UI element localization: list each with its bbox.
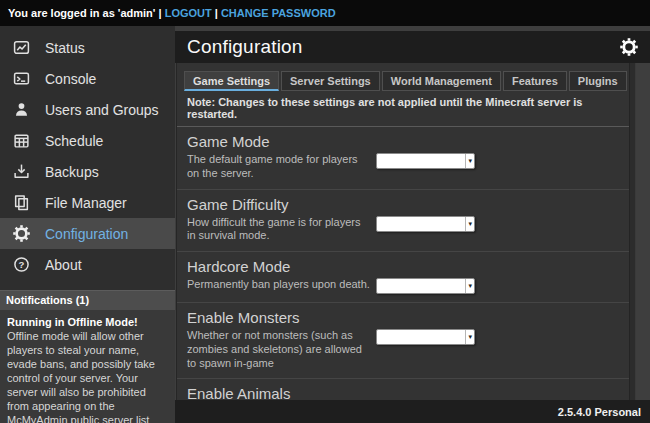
sidebar-item-label: File Manager [45,195,127,211]
vertical-scrollbar[interactable] [629,63,636,400]
sidebar-item-about[interactable]: ? About [0,249,175,280]
notification-title: Running in Offline Mode! [7,316,168,330]
sidebar-item-configuration[interactable]: Configuration [0,218,175,249]
setting-title: Game Mode [187,133,619,150]
sidebar: Status Console Users and Groups Schedule [0,26,175,400]
version-label: 2.5.4.0 Personal [558,406,641,418]
setting-row-game-difficulty: Game Difficulty How difficult the game i… [177,189,629,252]
sidebar-item-label: Configuration [45,226,128,242]
main-area: Configuration Game Settings Server Setti… [175,26,650,400]
tab-bar: Game Settings Server Settings World Mana… [184,71,629,91]
change-password-link[interactable]: CHANGE PASSWORD [221,7,336,19]
configuration-panel: Game Settings Server Settings World Mana… [176,63,629,400]
content-row: Game Settings Server Settings World Mana… [175,63,650,400]
sidebar-item-backups[interactable]: Backups [0,156,175,187]
sidebar-item-label: Schedule [45,133,103,149]
setting-row-enable-animals: Enable Animals Whether or not friendly a… [177,378,629,400]
enable-monsters-select[interactable]: ▾ [376,329,475,345]
hardcore-mode-select[interactable]: ▾ [376,278,475,294]
svg-text:?: ? [19,259,25,270]
schedule-icon [13,132,30,149]
setting-title: Enable Monsters [187,309,619,326]
settings-list: Game Mode The default game mode for play… [177,127,629,400]
logout-link[interactable]: LOGOUT [165,7,212,19]
gear-icon [13,225,30,242]
settings-gear-icon[interactable] [620,38,638,56]
setting-description: Permanently ban players upon death. [187,278,372,292]
topbar: You are logged in as 'admin' | LOGOUT | … [0,0,650,26]
sidebar-item-label: Status [45,40,85,56]
sidebar-item-status[interactable]: Status [0,32,175,63]
setting-title: Game Difficulty [187,196,619,213]
setting-title: Hardcore Mode [187,258,619,275]
game-mode-select[interactable]: ▾ [376,153,475,169]
dropdown-arrow-icon: ▾ [465,279,474,293]
middle-row: Status Console Users and Groups Schedule [0,26,650,400]
tab-plugins[interactable]: Plugins [569,71,627,91]
tab-features[interactable]: Features [503,71,567,91]
sidebar-item-users-and-groups[interactable]: Users and Groups [0,94,175,125]
sidebar-item-label: Backups [45,164,99,180]
dropdown-arrow-icon: ▾ [465,330,474,344]
about-help-icon: ? [13,256,30,273]
notifications-body: Running in Offline Mode! Offline mode wi… [0,310,175,423]
sidebar-menu: Status Console Users and Groups Schedule [0,26,175,280]
logged-in-text: You are logged in as 'admin' [8,7,155,19]
restart-note: Note: Changes to these settings are not … [177,91,629,127]
notification-text: Offline mode will allow other players to… [7,330,168,423]
console-icon [13,70,30,87]
sidebar-item-label: Users and Groups [45,102,159,118]
sidebar-item-label: About [45,257,82,273]
tab-server-settings[interactable]: Server Settings [281,71,380,91]
setting-description: The default game mode for players on the… [187,153,372,181]
backups-icon [13,163,30,180]
file-manager-icon [13,194,30,211]
setting-row-enable-monsters: Enable Monsters Whether or not monsters … [177,302,629,378]
notifications-header: Notifications (1) [0,290,175,310]
setting-row-game-mode: Game Mode The default game mode for play… [177,127,629,189]
game-difficulty-select[interactable]: ▾ [376,216,475,232]
page-header: Configuration [175,31,650,63]
sidebar-item-schedule[interactable]: Schedule [0,125,175,156]
sidebar-item-label: Console [45,71,96,87]
users-icon [13,101,30,118]
right-page-margin [636,63,650,400]
tab-world-management[interactable]: World Management [382,71,501,91]
status-chart-icon [13,39,30,56]
dropdown-arrow-icon: ▾ [465,154,474,168]
dropdown-arrow-icon: ▾ [465,217,474,231]
sidebar-item-file-manager[interactable]: File Manager [0,187,175,218]
page-title: Configuration [187,36,620,58]
setting-row-hardcore-mode: Hardcore Mode Permanently ban players up… [177,251,629,302]
tab-game-settings[interactable]: Game Settings [184,71,279,91]
sidebar-item-console[interactable]: Console [0,63,175,94]
setting-title: Enable Animals [187,385,619,400]
setting-description: How difficult the game is for players in… [187,216,372,244]
setting-description: Whether or not monsters (such as zombies… [187,329,372,370]
